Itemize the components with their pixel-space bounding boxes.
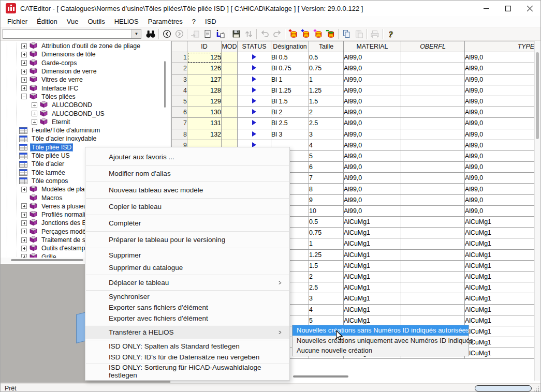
cell-oberfl[interactable]	[401, 74, 465, 85]
cell-taille[interactable]: 0.5	[309, 217, 344, 228]
cell-type[interactable]: Al99,0	[465, 63, 535, 74]
cell-type[interactable]: AlCuMg1	[465, 315, 535, 326]
cell-designation[interactable]: Bl 2	[271, 107, 309, 118]
cell-id[interactable]: 131	[187, 118, 222, 129]
tree-expander-plus-icon[interactable]	[21, 203, 27, 209]
tree-item-feuille-t-le-d-aluminium[interactable]: Feuille/Tôle d'aluminium	[19, 126, 101, 134]
menu-outils[interactable]: Outils	[83, 17, 109, 26]
table-row[interactable]: 8132Bl 33Al99,0Al99,0	[172, 129, 535, 140]
cell-type[interactable]: Al99,0	[465, 173, 535, 184]
tree-expander-plus-icon[interactable]	[21, 52, 27, 57]
cell-taille[interactable]: 0.5	[309, 52, 344, 63]
cell-material[interactable]: Al99,0	[344, 118, 401, 129]
cell-taille[interactable]: 7	[309, 173, 344, 184]
cell-oberfl[interactable]	[401, 271, 465, 282]
tree-item-mod-les-de-plaq[interactable]: Modèles de plaq	[21, 185, 90, 193]
context-menu-item-isd-only-id-s-f-r-die-datens-tze-neu-ver[interactable]: ISD ONLY: ID's für die Datensätze neu ve…	[85, 352, 289, 363]
cell-material[interactable]: Al99,0	[344, 140, 401, 150]
tree-item-alucobond[interactable]: ALUCOBOND	[32, 101, 94, 109]
tree-expander-plus-icon[interactable]	[21, 60, 27, 66]
tree-expander-plus-icon[interactable]	[21, 187, 27, 192]
cell-type[interactable]: Al99,0	[465, 85, 535, 96]
tree-item-dimension-de-verre[interactable]: Dimension de verre	[21, 67, 98, 76]
cell-taille[interactable]: 9	[309, 194, 344, 205]
table-row[interactable]: 7131Bl 2.52.5Al99,0Al99,0	[172, 118, 535, 129]
cell-designation[interactable]: Bl 1.5	[271, 96, 309, 107]
context-menu-item-synchroniser[interactable]: Synchroniser	[85, 291, 289, 302]
cell-taille[interactable]: 8	[309, 184, 344, 194]
cell-type[interactable]: Al99,0	[465, 150, 535, 161]
search-combo[interactable]: ▼	[3, 29, 141, 39]
cell-taille[interactable]: 4	[309, 304, 344, 315]
cell-taille[interactable]: 2.5	[309, 282, 344, 293]
cell-type[interactable]: AlCuMg1	[465, 271, 535, 282]
records-add-magenta-plus-icon[interactable]	[312, 28, 324, 40]
context-menu-item-transf-rer-helios[interactable]: Transférer à HELiOS>	[85, 326, 289, 339]
cell-material[interactable]: Al99,0	[344, 52, 401, 63]
cell-oberfl[interactable]	[401, 194, 465, 205]
table-row[interactable]: 5129Bl 1.51.5Al99,0Al99,0	[172, 96, 535, 107]
cell-oberfl[interactable]	[401, 118, 465, 129]
cell-oberfl[interactable]	[401, 184, 465, 194]
table-row[interactable]: 4128Bl 1.251.25Al99,0Al99,0	[172, 85, 535, 96]
cell-designation[interactable]: Bl 1.25	[271, 85, 309, 96]
maximize-icon[interactable]	[497, 1, 519, 16]
cell-mod[interactable]	[222, 63, 238, 74]
table-row[interactable]: 1125Bl 0.50.5Al99,0Al99,0	[172, 52, 535, 63]
table-vscrollbar[interactable]	[534, 41, 540, 381]
cell-designation[interactable]: Bl 2.5	[271, 118, 309, 129]
cell-status[interactable]	[238, 96, 271, 107]
cell-type[interactable]: AlCuMg1	[465, 293, 535, 304]
cell-taille[interactable]: 3	[309, 129, 344, 140]
tree-item-outils-d-estampa[interactable]: Outils d'estampa	[21, 244, 90, 252]
table-row[interactable]: 2126Bl 0.750.75Al99,0Al99,0	[172, 63, 535, 74]
cell-oberfl[interactable]	[401, 293, 465, 304]
tree-expander-plus-icon[interactable]	[21, 229, 27, 234]
context-menu-item-pr-parer-le-tableau-pour-le-versioning[interactable]: Préparer le tableau pour le versioning	[85, 232, 289, 247]
cell-taille[interactable]: 0.75	[309, 228, 344, 238]
tree-item-grille[interactable]: Grille	[21, 253, 58, 258]
cell-taille[interactable]: 10	[309, 205, 344, 216]
col-header-taille[interactable]: Taille	[309, 41, 344, 52]
records-add-red-plus-icon[interactable]	[287, 28, 299, 40]
menu-dition[interactable]: Édition	[32, 17, 62, 26]
cell-num[interactable]: 2	[172, 63, 187, 74]
cell-designation[interactable]: Bl 0.5	[271, 52, 309, 63]
cell-type[interactable]: Al99,0	[465, 129, 535, 140]
col-header-mod[interactable]: MOD	[222, 41, 238, 52]
cell-mod[interactable]	[222, 85, 238, 96]
tree-expander-plus-icon[interactable]	[21, 212, 27, 218]
cell-type[interactable]: AlCuMg1	[465, 249, 535, 260]
cell-taille[interactable]: 2	[309, 271, 344, 282]
cell-oberfl[interactable]	[401, 304, 465, 315]
cell-type[interactable]: Al99,0	[465, 107, 535, 118]
col-header-num[interactable]	[172, 41, 187, 52]
cell-oberfl[interactable]	[401, 52, 465, 63]
cell-oberfl[interactable]	[401, 249, 465, 260]
menu-vue[interactable]: Vue	[62, 17, 83, 26]
cell-oberfl[interactable]	[401, 129, 465, 140]
tree-item-t-le-d-acier-inoxydable[interactable]: Tôle d'acier inoxydable	[19, 134, 98, 143]
cell-num[interactable]: 8	[172, 129, 187, 140]
cell-type[interactable]: Al99,0	[465, 140, 535, 150]
context-menu-item-d-placer-le-tableau[interactable]: Déplacer le tableau>	[85, 276, 289, 289]
tree-item-traitement-de-su[interactable]: Traitement de su	[21, 236, 91, 244]
cell-taille[interactable]: 2	[309, 107, 344, 118]
tree-item-profil-s-normalis[interactable]: Profilés normalis	[21, 210, 90, 219]
cell-taille[interactable]: 6	[309, 162, 344, 173]
cell-type[interactable]: Al99,0	[465, 194, 535, 205]
cell-material[interactable]: Al99,0	[344, 74, 401, 85]
find-binoculars-icon[interactable]	[144, 28, 157, 40]
cell-taille[interactable]: 1.5	[309, 260, 344, 271]
cell-num[interactable]: 6	[172, 107, 187, 118]
tree-expander-plus-icon[interactable]	[32, 119, 37, 125]
cell-material[interactable]: Al99,0	[344, 129, 401, 140]
tree-expander-plus-icon[interactable]	[21, 254, 27, 258]
tree-item-macros[interactable]: Macros	[21, 193, 64, 202]
cell-oberfl[interactable]	[401, 107, 465, 118]
cell-type[interactable]: Al99,0	[465, 205, 535, 216]
cell-type[interactable]: AlCuMg1	[465, 282, 535, 293]
cell-num[interactable]: 1	[172, 52, 187, 63]
cell-oberfl[interactable]	[401, 205, 465, 216]
tree-expander-plus-icon[interactable]	[21, 69, 27, 74]
